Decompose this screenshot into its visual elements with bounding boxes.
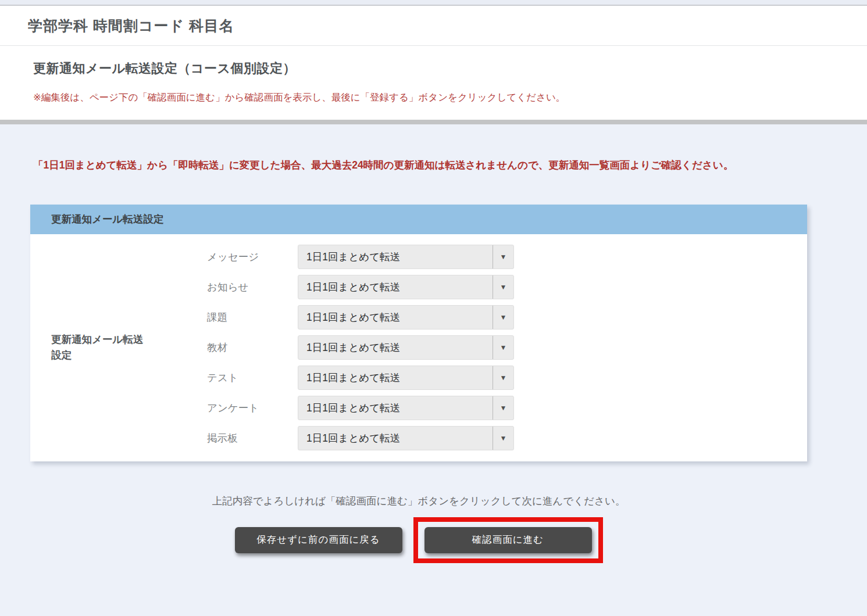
row-label: 課題: [207, 310, 298, 324]
select-value: 1日1回まとめて転送: [298, 250, 493, 264]
confirm-instruction: 上記内容でよろしければ「確認画面に進む」ボタンをクリックして次に進んでください。: [30, 494, 807, 508]
caret-down-icon[interactable]: ▼: [493, 245, 513, 268]
setting-row-board: 掲示板 1日1回まとめて転送 ▼: [207, 426, 514, 450]
panel-header: 更新通知メール転送設定: [30, 205, 807, 234]
notice-forward-select[interactable]: 1日1回まとめて転送 ▼: [298, 275, 514, 299]
setting-row-test: テスト 1日1回まとめて転送 ▼: [207, 366, 514, 390]
button-row: 保存せずに前の画面に戻る 確認画面に進む: [30, 517, 807, 563]
divider: [0, 120, 867, 124]
select-value: 1日1回まとめて転送: [298, 280, 493, 294]
setting-row-message: メッセージ 1日1回まとめて転送 ▼: [207, 245, 514, 269]
warning-text: 「1日1回まとめて転送」から「即時転送」に変更した場合、最大過去24時間の更新通…: [33, 156, 798, 174]
top-bar: [0, 0, 867, 6]
message-forward-select[interactable]: 1日1回まとめて転送 ▼: [298, 245, 514, 269]
section-heading: 更新通知メール転送設定（コース個別設定）: [33, 60, 844, 77]
row-label: テスト: [207, 371, 298, 385]
page-title: 学部学科 時間割コード 科目名: [28, 16, 844, 35]
test-forward-select[interactable]: 1日1回まとめて転送 ▼: [298, 366, 514, 390]
course-header: 学部学科 時間割コード 科目名: [0, 6, 867, 46]
caret-down-icon[interactable]: ▼: [493, 306, 513, 329]
board-forward-select[interactable]: 1日1回まとめて転送 ▼: [298, 426, 514, 450]
edit-note: ※編集後は、ページ下の「確認画面に進む」から確認画面を表示し、最後に「登録する」…: [33, 91, 844, 104]
highlight-annotation-box: 確認画面に進む: [413, 517, 603, 563]
select-value: 1日1回まとめて転送: [298, 371, 493, 385]
row-label: 掲示板: [207, 431, 298, 445]
caret-down-icon[interactable]: ▼: [493, 366, 513, 389]
row-label: アンケート: [207, 401, 298, 415]
setting-row-notice: お知らせ 1日1回まとめて転送 ▼: [207, 275, 514, 299]
proceed-button[interactable]: 確認画面に進む: [424, 527, 592, 553]
select-value: 1日1回まとめて転送: [298, 401, 493, 415]
select-value: 1日1回まとめて転送: [298, 341, 493, 354]
row-label: 教材: [207, 341, 298, 354]
setting-row-survey: アンケート 1日1回まとめて転送 ▼: [207, 396, 514, 420]
main-content: 「1日1回まとめて転送」から「即時転送」に変更した場合、最大過去24時間の更新通…: [0, 124, 867, 563]
setting-rows: メッセージ 1日1回まとめて転送 ▼ お知らせ 1日1回まとめて転送 ▼ 課題: [207, 245, 514, 450]
row-label: メッセージ: [207, 250, 298, 264]
section-header: 更新通知メール転送設定（コース個別設定） ※編集後は、ページ下の「確認画面に進む…: [0, 46, 867, 120]
caret-down-icon[interactable]: ▼: [493, 396, 513, 420]
row-label: お知らせ: [207, 280, 298, 294]
survey-forward-select[interactable]: 1日1回まとめて転送 ▼: [298, 396, 514, 420]
caret-down-icon[interactable]: ▼: [493, 427, 513, 450]
group-label-text: 更新通知メール転送設定: [51, 332, 151, 363]
settings-panel: 更新通知メール転送設定 更新通知メール転送設定 メッセージ 1日1回まとめて転送…: [30, 205, 807, 461]
assignment-forward-select[interactable]: 1日1回まとめて転送 ▼: [298, 305, 514, 330]
caret-down-icon[interactable]: ▼: [493, 275, 513, 299]
group-label: 更新通知メール転送設定: [51, 245, 207, 450]
setting-row-material: 教材 1日1回まとめて転送 ▼: [207, 335, 514, 360]
setting-row-assignment: 課題 1日1回まとめて転送 ▼: [207, 305, 514, 330]
select-value: 1日1回まとめて転送: [298, 431, 493, 445]
caret-down-icon[interactable]: ▼: [493, 336, 513, 359]
select-value: 1日1回まとめて転送: [298, 310, 493, 324]
back-button[interactable]: 保存せずに前の画面に戻る: [235, 527, 402, 553]
panel-body: 更新通知メール転送設定 メッセージ 1日1回まとめて転送 ▼ お知らせ 1日1回…: [30, 234, 807, 461]
material-forward-select[interactable]: 1日1回まとめて転送 ▼: [298, 335, 514, 360]
